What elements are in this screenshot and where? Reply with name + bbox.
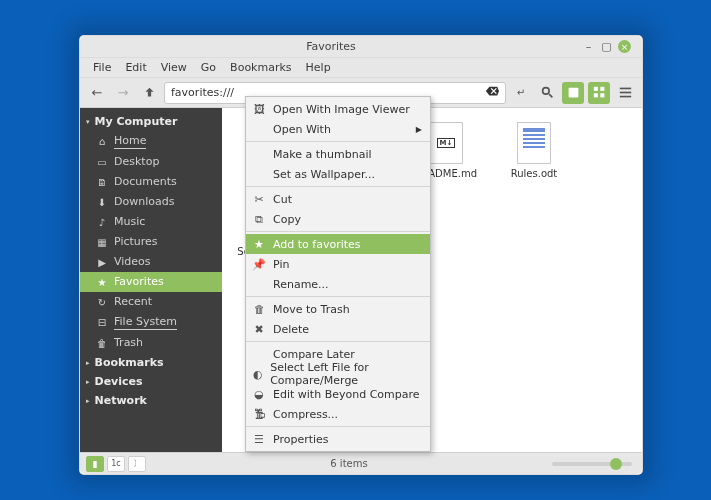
- blank-icon: [252, 167, 266, 181]
- show-sidebar-button[interactable]: ▮: [86, 456, 104, 472]
- nav-forward-button[interactable]: →: [112, 82, 134, 104]
- ctx-item[interactable]: ⧉Copy: [246, 209, 430, 229]
- svg-rect-3: [600, 87, 604, 91]
- sidebar-item-favorites[interactable]: ★Favorites: [80, 272, 222, 292]
- ctx-label: Copy: [273, 213, 301, 226]
- location-text: favorites:///: [171, 86, 234, 99]
- ctx-item[interactable]: Rename...: [246, 274, 430, 294]
- sidebar-section-mycomputer[interactable]: My Computer: [80, 112, 222, 131]
- sidebar-item-downloads[interactable]: ⬇Downloads: [80, 192, 222, 212]
- svg-rect-4: [593, 93, 597, 97]
- sidebar-item-pictures[interactable]: ▦Pictures: [80, 232, 222, 252]
- document-icon: [517, 122, 551, 164]
- sidebar-section-network[interactable]: Network: [80, 391, 222, 410]
- ctx-label: Rename...: [273, 278, 329, 291]
- menu-go[interactable]: Go: [194, 59, 223, 76]
- ctx-item[interactable]: ☰Properties: [246, 429, 430, 449]
- copy-icon: ⧉: [252, 212, 266, 226]
- documents-icon: 🗎: [96, 177, 108, 188]
- sidebar-item-desktop[interactable]: ▭Desktop: [80, 152, 222, 172]
- pin-icon: 📌: [252, 257, 266, 271]
- search-button[interactable]: [536, 82, 558, 104]
- ctx-item[interactable]: Set as Wallpaper...: [246, 164, 430, 184]
- sidebar-item-videos[interactable]: ▶Videos: [80, 252, 222, 272]
- sidebar-item-filesystem[interactable]: ⊟File System: [80, 312, 222, 333]
- ctx-item[interactable]: ✂Cut: [246, 189, 430, 209]
- ctx-item[interactable]: Open With▶: [246, 119, 430, 139]
- view-icons-button[interactable]: [562, 82, 584, 104]
- menu-bookmarks[interactable]: Bookmarks: [223, 59, 298, 76]
- show-tree-button[interactable]: 1c: [107, 456, 125, 472]
- sidebar-section-devices[interactable]: Devices: [80, 372, 222, 391]
- star-icon: ★: [252, 237, 266, 251]
- trash-icon: 🗑: [96, 338, 108, 349]
- menu-edit[interactable]: Edit: [118, 59, 153, 76]
- file-item[interactable]: Rules.odt: [490, 118, 578, 185]
- ctx-item[interactable]: ★Add to favorites: [246, 234, 430, 254]
- menu-file[interactable]: File: [86, 59, 118, 76]
- sidebar-item-recent[interactable]: ↻Recent: [80, 292, 222, 312]
- blank-icon: [252, 147, 266, 161]
- ctx-label: Edit with Beyond Compare: [273, 388, 420, 401]
- nav-back-button[interactable]: ←: [86, 82, 108, 104]
- menu-view[interactable]: View: [154, 59, 194, 76]
- ctx-item[interactable]: ✖Delete: [246, 319, 430, 339]
- cut-icon: ✂: [252, 192, 266, 206]
- ctx-item[interactable]: 📌Pin: [246, 254, 430, 274]
- svg-rect-2: [593, 87, 597, 91]
- ctx-label: Compress...: [273, 408, 338, 421]
- del-icon: ✖: [252, 322, 266, 336]
- toggle-path-button[interactable]: ↵: [510, 82, 532, 104]
- ctx-label: Add to favorites: [273, 238, 361, 251]
- nav-up-button[interactable]: [138, 82, 160, 104]
- zoom-knob[interactable]: [610, 458, 622, 470]
- ctx-label: Cut: [273, 193, 292, 206]
- ctx-label: Open With Image Viewer: [273, 103, 410, 116]
- window-title: Favorites: [80, 40, 582, 53]
- ctx-label: Pin: [273, 258, 289, 271]
- bc-icon: ◒: [252, 387, 266, 401]
- sidebar-section-bookmarks[interactable]: Bookmarks: [80, 353, 222, 372]
- sidebar-item-documents[interactable]: 🗎Documents: [80, 172, 222, 192]
- disk-icon: ⊟: [96, 317, 108, 328]
- home-icon: ⌂: [96, 136, 108, 147]
- ctx-item[interactable]: ◐Select Left File for Compare/Merge: [246, 364, 430, 384]
- ctx-item[interactable]: 🗑Move to Trash: [246, 299, 430, 319]
- menu-help[interactable]: Help: [299, 59, 338, 76]
- svg-rect-1: [568, 88, 578, 98]
- ctx-item[interactable]: 🗜Compress...: [246, 404, 430, 424]
- show-split-button[interactable]: 〕: [128, 456, 146, 472]
- blank-icon: [252, 277, 266, 291]
- ctx-label: Delete: [273, 323, 309, 336]
- minimize-button[interactable]: –: [582, 40, 595, 53]
- music-icon: ♪: [96, 217, 108, 228]
- close-button[interactable]: ×: [618, 40, 631, 53]
- ctx-label: Move to Trash: [273, 303, 350, 316]
- ctx-label: Compare Later: [273, 348, 355, 361]
- ctx-label: Make a thumbnail: [273, 148, 372, 161]
- svg-rect-7: [619, 92, 630, 94]
- submenu-arrow-icon: ▶: [416, 125, 422, 134]
- maximize-button[interactable]: ▢: [600, 40, 613, 53]
- clear-location-icon[interactable]: [485, 84, 499, 101]
- ctx-item[interactable]: 🖼Open With Image Viewer: [246, 99, 430, 119]
- zip-icon: 🗜: [252, 407, 266, 421]
- titlebar[interactable]: Favorites – ▢ ×: [80, 36, 642, 58]
- zoom-slider[interactable]: [552, 462, 632, 466]
- ctx-label: Open With: [273, 123, 331, 136]
- cmp-icon: ◐: [252, 367, 263, 381]
- ctx-label: Select Left File for Compare/Merge: [270, 361, 422, 387]
- sidebar-item-music[interactable]: ♪Music: [80, 212, 222, 232]
- sidebar-item-trash[interactable]: 🗑Trash: [80, 333, 222, 353]
- ctx-label: Properties: [273, 433, 329, 446]
- sidebar: My Computer ⌂Home ▭Desktop 🗎Documents ⬇D…: [80, 108, 222, 452]
- markdown-icon: M↓: [429, 122, 463, 164]
- ctx-item[interactable]: Make a thumbnail: [246, 144, 430, 164]
- sidebar-item-home[interactable]: ⌂Home: [80, 131, 222, 152]
- view-grid-button[interactable]: [588, 82, 610, 104]
- blank-icon: [252, 122, 266, 136]
- svg-rect-6: [619, 88, 630, 90]
- view-list-button[interactable]: [614, 82, 636, 104]
- svg-point-0: [542, 88, 549, 95]
- ctx-item[interactable]: ◒Edit with Beyond Compare: [246, 384, 430, 404]
